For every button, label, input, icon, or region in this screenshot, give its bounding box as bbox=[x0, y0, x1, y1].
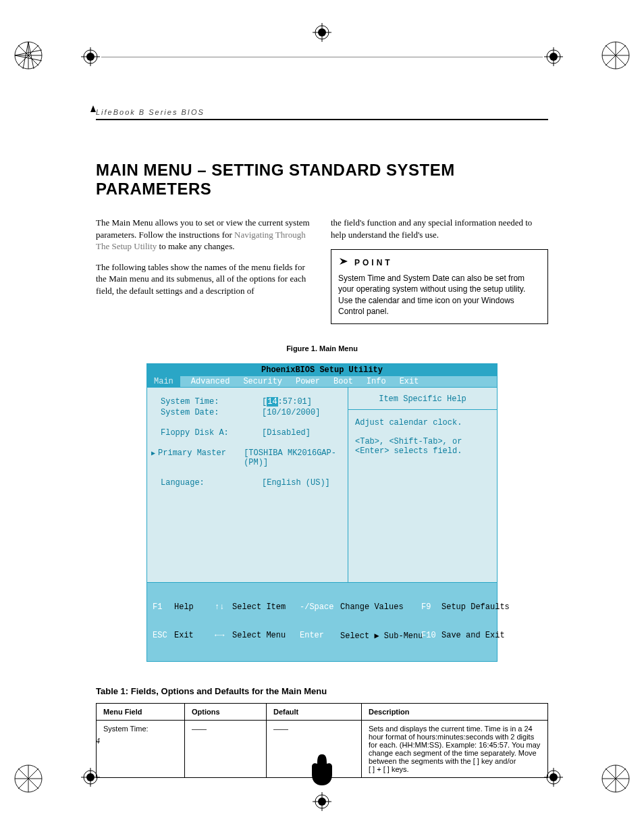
paragraph: the field's function and any special inf… bbox=[331, 217, 548, 240]
bios-tab-power[interactable]: Power bbox=[289, 376, 327, 387]
paragraph: The Main Menu allows you to set or view … bbox=[96, 217, 313, 253]
bios-field-value[interactable]: [10/10/2000] bbox=[262, 408, 320, 417]
bios-footer: F1 Help ↑↓ Select Item -/Space Change Va… bbox=[147, 583, 497, 661]
trim-guide bbox=[101, 57, 543, 57]
table-cell: System Time: bbox=[97, 721, 185, 778]
bios-field-value[interactable]: [Disabled] bbox=[262, 428, 311, 438]
point-arrow-icon bbox=[338, 255, 350, 270]
bios-title: PhoenixBIOS Setup Utility bbox=[147, 364, 497, 376]
bios-field-label: Floppy Disk A: bbox=[161, 428, 262, 438]
page-number: 4 bbox=[96, 736, 100, 746]
table-caption: Table 1: Fields, Options and Defaults fo… bbox=[96, 686, 548, 696]
table-header: Options bbox=[185, 704, 267, 721]
bios-tab-info[interactable]: Info bbox=[360, 376, 393, 387]
registration-mark bbox=[14, 41, 43, 70]
bios-tab-boot[interactable]: Boot bbox=[327, 376, 360, 387]
table-cell: Sets and displays the current time. Time… bbox=[362, 721, 548, 778]
page-title: MAIN MENU – SETTING STANDARD SYSTEM PARA… bbox=[96, 161, 548, 199]
bios-field-label: System Time: bbox=[161, 397, 262, 407]
bios-fields-pane: System Time: [14:57:01] System Date: [10… bbox=[147, 388, 348, 582]
bios-field-label: System Date: bbox=[161, 408, 262, 417]
bios-field-label[interactable]: Primary Master bbox=[161, 448, 244, 467]
header-rule bbox=[96, 119, 548, 120]
point-text: System Time and System Date can also be … bbox=[338, 273, 541, 317]
table-row: System Time: —— —— Sets and displays the… bbox=[97, 721, 548, 778]
bios-help-text: <Tab>, <Shift-Tab>, or <Enter> selects f… bbox=[355, 437, 490, 456]
table-header: Description bbox=[362, 704, 548, 721]
bios-tab-advanced[interactable]: Advanced bbox=[184, 376, 237, 387]
bios-tabs: Main Advanced Security Power Boot Info E… bbox=[147, 376, 497, 387]
bios-tab-exit[interactable]: Exit bbox=[393, 376, 426, 387]
table-cell: —— bbox=[267, 721, 362, 778]
point-callout: POINT System Time and System Date can al… bbox=[331, 249, 548, 324]
bios-field-value[interactable]: [14:57:01] bbox=[262, 397, 312, 407]
body-columns: The Main Menu allows you to set or view … bbox=[96, 208, 548, 324]
spec-table: Menu Field Options Default Description S… bbox=[96, 703, 548, 778]
crosshair-mark bbox=[313, 792, 331, 811]
bios-help-title: Item Specific Help bbox=[355, 394, 490, 404]
table-header-row: Menu Field Options Default Description bbox=[97, 704, 548, 721]
figure-caption: Figure 1. Main Menu bbox=[96, 344, 548, 353]
crosshair-mark bbox=[544, 47, 563, 66]
running-head: LifeBook B Series BIOS bbox=[96, 108, 548, 116]
bios-tab-security[interactable]: Security bbox=[236, 376, 289, 387]
point-label: POINT bbox=[354, 257, 393, 268]
table-cell: —— bbox=[185, 721, 267, 778]
table-header: Default bbox=[267, 704, 362, 721]
bios-help-pane: Item Specific Help Adjust calendar clock… bbox=[348, 388, 497, 582]
bios-field-label: Language: bbox=[161, 478, 262, 488]
bios-field-value: [TOSHIBA MK2016GAP-(PM)] bbox=[244, 448, 340, 467]
crosshair-mark bbox=[81, 47, 100, 66]
registration-mark bbox=[14, 764, 43, 793]
table-header: Menu Field bbox=[97, 704, 185, 721]
bios-field-value[interactable]: [English (US)] bbox=[262, 478, 330, 488]
crosshair-mark bbox=[313, 23, 331, 42]
bios-help-text: Adjust calendar clock. bbox=[355, 418, 490, 427]
registration-mark bbox=[601, 41, 630, 70]
bios-setup-screen: PhoenixBIOS Setup Utility Main Advanced … bbox=[146, 363, 498, 662]
paragraph: The following tables show the names of t… bbox=[96, 261, 313, 297]
bios-tab-main[interactable]: Main bbox=[147, 376, 180, 387]
registration-mark bbox=[601, 764, 630, 793]
